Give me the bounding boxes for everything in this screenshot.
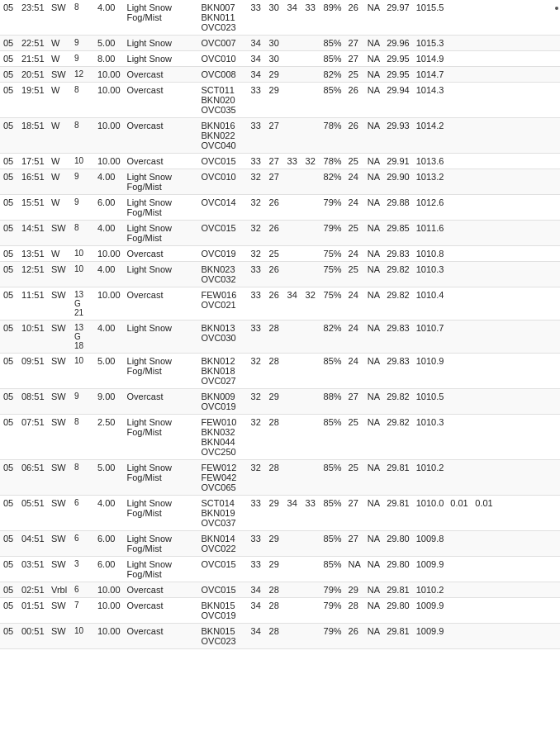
sky-cell: BKN014 OVC022 — [198, 531, 248, 557]
extra1-cell — [447, 557, 472, 582]
wind-dir-cell: SW — [48, 624, 71, 649]
dot-indicator-cell — [496, 0, 560, 36]
humidity-cell: 82% — [320, 169, 345, 195]
dew-cell: 29 — [266, 389, 284, 415]
alt-cell: 29.93 — [383, 118, 413, 154]
wx-cell: NA — [364, 221, 383, 246]
vis-cell: 26 — [345, 118, 364, 154]
vis-cell: 27 — [345, 531, 364, 557]
extra1-cell — [447, 582, 472, 598]
sky-cell: BKN007 BKN011 OVC023 — [198, 0, 248, 36]
table-row: 0511:51SW13 G 2110.00OvercastFEW016 OVC0… — [0, 287, 560, 321]
wind-sub-cell: 13 G 18 — [71, 321, 94, 354]
wind-spd-cell: 10.00 — [94, 118, 124, 154]
extra1-cell — [447, 67, 472, 83]
slp-cell: 1009.9 — [413, 557, 448, 582]
wind-dir-cell: SW — [48, 415, 71, 460]
wind-dir-cell: SW — [48, 598, 71, 624]
time-cell: 19:51 — [18, 83, 48, 118]
wind-dir-cell: W — [48, 246, 71, 262]
wind-sub-cell: 8 — [71, 118, 94, 154]
wind-sub-cell: 10 — [71, 154, 94, 169]
sky-cell: FEW016 OVC021 — [198, 287, 248, 321]
humidity-cell: 79% — [320, 221, 345, 246]
t2-cell — [302, 598, 320, 624]
t2-cell: 32 — [302, 287, 320, 321]
condition-cell: Overcast — [124, 389, 198, 415]
wind-spd-cell: 8.00 — [94, 51, 124, 67]
dot-indicator-cell — [496, 287, 560, 321]
temp-cell: 33 — [248, 557, 266, 582]
sky-cell: FEW012 FEW042 OVC065 — [198, 460, 248, 496]
condition-cell: Overcast — [124, 246, 198, 262]
alt-cell: 29.83 — [383, 321, 413, 354]
temp-cell: 34 — [248, 598, 266, 624]
dot-icon — [555, 7, 558, 10]
alt-cell: 29.97 — [383, 0, 413, 36]
t2-cell — [302, 460, 320, 496]
extra1-cell — [447, 531, 472, 557]
wind-dir-cell: SW — [48, 321, 71, 354]
table-row: 0522:51W95.00Light SnowOVC007343085%27NA… — [0, 36, 560, 51]
time-cell: 14:51 — [18, 221, 48, 246]
t1-cell: 34 — [284, 0, 302, 36]
vis-cell: 27 — [345, 51, 364, 67]
sky-cell: BKN013 OVC030 — [198, 321, 248, 354]
dot-indicator-cell — [496, 262, 560, 287]
wind-dir-cell: W — [48, 195, 71, 221]
wind-sub-cell: 13 G 21 — [71, 287, 94, 321]
dew-cell: 29 — [266, 557, 284, 582]
t1-cell: 34 — [284, 287, 302, 321]
alt-cell: 29.95 — [383, 51, 413, 67]
wind-dir-cell: SW — [48, 389, 71, 415]
t2-cell — [302, 118, 320, 154]
condition-cell: Light Snow Fog/Mist — [124, 531, 198, 557]
humidity-cell: 78% — [320, 154, 345, 169]
t1-cell — [284, 460, 302, 496]
time-cell: 05:51 — [18, 496, 48, 531]
dot-indicator-cell — [496, 415, 560, 460]
t2-cell — [302, 246, 320, 262]
wind-spd-cell: 5.00 — [94, 354, 124, 389]
sky-cell: OVC008 — [198, 67, 248, 83]
dot-indicator-cell — [496, 582, 560, 598]
wind-sub-cell: 6 — [71, 496, 94, 531]
temp-cell: 33 — [248, 321, 266, 354]
vis-cell: 29 — [345, 582, 364, 598]
date-cell: 05 — [0, 287, 18, 321]
slp-cell: 1010.9 — [413, 354, 448, 389]
condition-cell: Overcast — [124, 624, 198, 649]
t1-cell — [284, 67, 302, 83]
humidity-cell: 75% — [320, 246, 345, 262]
dot-indicator-cell — [496, 496, 560, 531]
dew-cell: 30 — [266, 51, 284, 67]
sky-cell: BKN015 OVC019 — [198, 598, 248, 624]
temp-cell: 33 — [248, 262, 266, 287]
dew-cell: 28 — [266, 624, 284, 649]
wind-spd-cell: 4.00 — [94, 221, 124, 246]
extra1-cell — [447, 83, 472, 118]
table-row: 0509:51SW105.00Light Snow Fog/MistBKN012… — [0, 354, 560, 389]
condition-cell: Light Snow Fog/Mist — [124, 169, 198, 195]
t1-cell — [284, 624, 302, 649]
wind-sub-cell: 3 — [71, 557, 94, 582]
temp-cell: 34 — [248, 67, 266, 83]
date-cell: 05 — [0, 67, 18, 83]
wind-spd-cell: 6.00 — [94, 531, 124, 557]
alt-cell: 29.90 — [383, 169, 413, 195]
wx-cell: NA — [364, 415, 383, 460]
wx-cell: NA — [364, 321, 383, 354]
dew-cell: 29 — [266, 83, 284, 118]
t1-cell — [284, 557, 302, 582]
extra2-cell — [472, 262, 496, 287]
extra2-cell — [472, 354, 496, 389]
temp-cell: 33 — [248, 83, 266, 118]
condition-cell: Light Snow Fog/Mist — [124, 0, 198, 36]
date-cell: 05 — [0, 460, 18, 496]
condition-cell: Light Snow — [124, 262, 198, 287]
table-row: 0503:51SW36.00Light Snow Fog/MistOVC0153… — [0, 557, 560, 582]
slp-cell: 1011.6 — [413, 221, 448, 246]
table-row: 0519:51W810.00OvercastSCT011 BKN020 OVC0… — [0, 83, 560, 118]
dew-cell: 29 — [266, 67, 284, 83]
date-cell: 05 — [0, 496, 18, 531]
